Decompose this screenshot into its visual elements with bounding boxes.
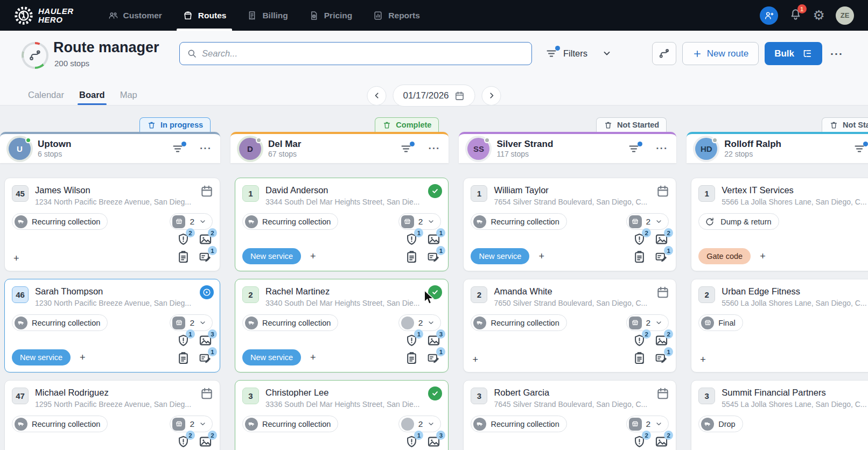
- shield-alert-icon[interactable]: 1: [404, 434, 419, 449]
- next-day-button[interactable]: [482, 86, 501, 106]
- notifications-button[interactable]: 1: [789, 8, 802, 23]
- search-input[interactable]: [202, 48, 524, 59]
- shield-alert-icon[interactable]: 2: [176, 434, 191, 449]
- clipboard-icon[interactable]: [176, 351, 191, 365]
- schedule-calendar-icon[interactable]: [656, 285, 670, 299]
- add-tag-button[interactable]: +: [537, 251, 546, 262]
- container-qty-dropdown[interactable]: 2: [170, 314, 213, 331]
- user-avatar[interactable]: ZE: [836, 6, 854, 25]
- route-stop-count: 22 stops: [724, 150, 781, 158]
- schedule-calendar-icon[interactable]: [656, 386, 670, 400]
- column-header[interactable]: D Del Mar 67 stops ···: [230, 132, 449, 163]
- stop-card[interactable]: 2 Urban Edge Fitness 5560 La Jolla Shore…: [691, 279, 868, 372]
- stop-card[interactable]: 46 Sarah Thompson 1230 North Pacific Bre…: [4, 279, 220, 372]
- shield-alert-icon[interactable]: 2: [176, 232, 191, 247]
- filters-control[interactable]: Filters: [545, 47, 612, 60]
- nav-item-routes[interactable]: Routes: [172, 0, 237, 31]
- nav-item-billing[interactable]: Billing: [236, 0, 298, 31]
- stop-card[interactable]: 2 Rachel Martinez 3340 South Del Mar Hei…: [235, 279, 449, 372]
- tab-map[interactable]: Map: [120, 90, 137, 105]
- signature-icon[interactable]: 1: [426, 250, 441, 264]
- signature-icon[interactable]: 1: [654, 250, 669, 264]
- shield-alert-icon[interactable]: 1: [404, 232, 419, 247]
- shield-alert-icon[interactable]: 2: [632, 333, 647, 348]
- column-filter-button[interactable]: [627, 142, 640, 155]
- stop-card[interactable]: 3 Robert Garcia 7645 Silver Strand Boule…: [463, 380, 676, 450]
- photo-icon[interactable]: 3: [426, 333, 441, 348]
- photo-icon[interactable]: 2: [654, 333, 669, 348]
- column-filter-button[interactable]: [400, 142, 412, 155]
- tab-calendar[interactable]: Calendar: [28, 90, 64, 105]
- add-tag-button[interactable]: +: [758, 251, 767, 262]
- column-more-button[interactable]: ···: [428, 143, 440, 154]
- stop-card[interactable]: 2 Amanda White 7650 Silver Strand Boulev…: [463, 279, 676, 372]
- brand-logo[interactable]: HAULER HERO: [14, 6, 74, 25]
- add-tag-button[interactable]: +: [309, 352, 318, 363]
- new-route-button[interactable]: New route: [682, 42, 759, 65]
- stop-card[interactable]: 1 David Anderson 3344 South Del Mar Heig…: [235, 178, 449, 271]
- signature-icon[interactable]: 1: [654, 351, 669, 365]
- photo-icon[interactable]: 2: [654, 434, 669, 449]
- shield-alert-icon[interactable]: 2: [632, 232, 647, 247]
- schedule-calendar-icon[interactable]: [200, 184, 214, 198]
- nav-item-reports[interactable]: Reports: [362, 0, 430, 31]
- photo-icon[interactable]: 2: [198, 232, 213, 247]
- stop-name: David Anderson: [265, 185, 419, 195]
- container-qty-dropdown[interactable]: 2: [626, 213, 669, 230]
- stop-card[interactable]: 45 James Wilson 1234 North Pacific Breez…: [4, 178, 220, 271]
- photo-icon[interactable]: 3: [426, 434, 441, 449]
- add-tag-button[interactable]: +: [471, 354, 480, 365]
- shield-alert-icon[interactable]: 1: [176, 333, 191, 348]
- header-more-button[interactable]: ···: [828, 47, 845, 60]
- photo-icon[interactable]: 3: [198, 333, 213, 348]
- shield-alert-icon[interactable]: 2: [632, 434, 647, 449]
- column-more-button[interactable]: ···: [656, 143, 668, 154]
- route-status-badge: In progress: [139, 117, 211, 132]
- bulk-button[interactable]: Bulk: [765, 42, 822, 65]
- column-filter-button[interactable]: [171, 142, 184, 155]
- shield-alert-icon[interactable]: 1: [404, 333, 419, 348]
- column-more-button[interactable]: ···: [200, 143, 212, 154]
- stop-card[interactable]: 47 Michael Rodriguez 1295 North Pacific …: [4, 380, 220, 450]
- container-qty-dropdown[interactable]: 2: [398, 416, 442, 432]
- add-user-button[interactable]: [760, 6, 778, 25]
- photo-icon[interactable]: 2: [654, 232, 669, 247]
- add-tag-button[interactable]: +: [698, 354, 708, 365]
- stop-card[interactable]: 3 Christopher Lee 3336 South Del Mar Hei…: [235, 380, 449, 450]
- nav-item-pricing[interactable]: Pricing: [298, 0, 363, 31]
- schedule-calendar-icon[interactable]: [656, 184, 670, 198]
- date-picker[interactable]: 01/17/2026: [393, 85, 475, 107]
- container-qty-dropdown[interactable]: 2: [626, 314, 669, 331]
- tab-board[interactable]: Board: [79, 90, 105, 105]
- stop-card[interactable]: 3 Summit Financial Partners 5545 La Joll…: [691, 380, 868, 450]
- container-qty-dropdown[interactable]: 2: [170, 416, 213, 432]
- prev-day-button[interactable]: [367, 86, 386, 106]
- column-header[interactable]: SS Silver Strand 117 stops ···: [459, 132, 676, 163]
- clipboard-icon[interactable]: [176, 250, 191, 264]
- clipboard-icon[interactable]: [632, 351, 647, 365]
- container-qty-dropdown[interactable]: 2: [626, 416, 669, 432]
- column-header[interactable]: HD Rolloff Ralph 22 stops ···: [687, 132, 868, 163]
- nav-item-customer[interactable]: Customer: [97, 0, 172, 31]
- container-qty-dropdown[interactable]: 2: [398, 213, 442, 230]
- add-tag-button[interactable]: +: [309, 251, 318, 262]
- settings-button[interactable]: ⚙: [813, 9, 825, 22]
- add-tag-button[interactable]: +: [78, 352, 87, 363]
- clipboard-icon[interactable]: [404, 250, 419, 264]
- container-qty-dropdown[interactable]: 2: [398, 314, 442, 331]
- signature-icon[interactable]: 1: [198, 250, 213, 264]
- stop-card[interactable]: 1 William Taylor 7654 Silver Strand Boul…: [463, 178, 676, 271]
- clipboard-icon[interactable]: [632, 250, 647, 264]
- signature-icon[interactable]: 1: [198, 351, 213, 365]
- column-filter-button[interactable]: [853, 142, 866, 155]
- clipboard-icon[interactable]: [404, 351, 419, 365]
- column-header[interactable]: U Uptown 6 stops ···: [0, 132, 220, 163]
- stop-card[interactable]: 1 Vertex IT Services 5566 La Jolla Shore…: [691, 178, 868, 271]
- container-qty-dropdown[interactable]: 2: [170, 213, 213, 230]
- photo-icon[interactable]: 2: [198, 434, 213, 449]
- add-tag-button[interactable]: +: [12, 253, 21, 264]
- signature-icon[interactable]: 1: [426, 351, 441, 365]
- route-view-button[interactable]: [652, 42, 676, 65]
- photo-icon[interactable]: 1: [426, 232, 441, 247]
- schedule-calendar-icon[interactable]: [200, 386, 214, 400]
